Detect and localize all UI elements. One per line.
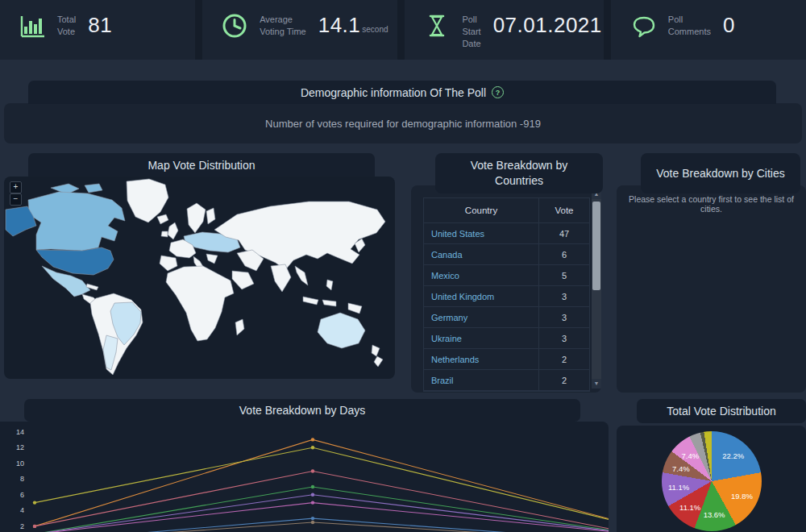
series-blue-point[interactable]: [311, 517, 314, 520]
vote-count: 5: [538, 265, 589, 285]
bar-chart-icon: [18, 11, 47, 40]
series-magenta-point[interactable]: [311, 501, 314, 504]
vote-count: 6: [538, 244, 589, 264]
cities-empty-message: Please select a country first to see the…: [617, 194, 806, 214]
series-olive-point[interactable]: [311, 446, 314, 449]
help-icon[interactable]: ?: [492, 86, 504, 98]
vote-count: 3: [538, 328, 589, 348]
stat-poll-start-date: Poll Start Date 07.01.2021: [405, 0, 603, 60]
series-olive-line: [35, 447, 609, 526]
scrollbar-thumb[interactable]: [592, 202, 600, 290]
map-panel-title: Map Vote Distribution: [28, 153, 375, 177]
country-link[interactable]: Germany: [424, 313, 538, 322]
pie-slice-label: 22.2%: [722, 451, 744, 460]
series-salmon-point[interactable]: [311, 469, 314, 472]
countries-table-header: Country Vote: [424, 198, 589, 223]
days-panel-title: Vote Breakdown by Days: [24, 399, 580, 422]
scroll-down-icon[interactable]: ▼: [592, 379, 601, 389]
countries-table-body: United States47Canada6Mexico5United King…: [424, 223, 589, 391]
stat-value: 14.1: [318, 13, 361, 38]
y-axis-tick: 14: [16, 428, 24, 436]
pie-slice-label: 13.6%: [704, 510, 725, 519]
clock-icon: [220, 11, 249, 40]
table-row[interactable]: Netherlands2: [424, 349, 589, 370]
map-vote-distribution: + −: [4, 177, 395, 379]
total-vote-distribution: 22.2%19.8%13.6%11.1%11.1%7.4%7.4%: [617, 426, 806, 532]
vote-breakdown-by-countries: Country Vote United States47Canada6Mexic…: [411, 185, 601, 393]
series-purple-point[interactable]: [311, 493, 314, 497]
table-row[interactable]: Germany3: [424, 307, 589, 328]
table-row[interactable]: Brazil2: [424, 370, 589, 391]
world-map[interactable]: [4, 177, 395, 379]
countries-table: Country Vote United States47Canada6Mexic…: [423, 197, 590, 392]
pie-panel-title: Total Vote Distribution: [637, 399, 806, 423]
series-orange-line: [35, 439, 609, 526]
stats-bar: Total Vote 81 Average Voting Time 14.1se…: [0, 0, 806, 60]
y-axis-tick: 2: [20, 522, 24, 530]
pie-slice-label: 7.4%: [672, 463, 690, 472]
series-purple-line: [35, 495, 609, 532]
table-row[interactable]: United Kingdom3: [424, 286, 589, 307]
vote-count: 2: [538, 349, 589, 369]
series-green-point[interactable]: [311, 485, 314, 488]
hourglass-icon: [422, 11, 451, 40]
series-brown-line: [35, 522, 609, 532]
stat-label: Poll Start: [462, 15, 480, 36]
cities-panel-title: Vote Breakdown by Cities: [641, 153, 800, 193]
y-axis-tick: 6: [20, 491, 24, 499]
series-salmon-point[interactable]: [33, 525, 36, 528]
speech-bubble-icon: [629, 11, 658, 40]
table-scrollbar[interactable]: ▲ ▼: [592, 189, 601, 389]
vote-count: 2: [538, 370, 589, 390]
vote-count: 3: [538, 286, 589, 306]
series-orange-point[interactable]: [311, 438, 314, 441]
vote-count: 47: [538, 223, 589, 243]
y-axis-tick: 4: [20, 506, 24, 514]
series-olive-point[interactable]: [33, 501, 36, 504]
y-axis-tick: 12: [16, 443, 24, 451]
stat-average-voting-time: Average Voting Time 14.1second: [202, 0, 397, 60]
stat-poll-comments: Poll Comments 0: [611, 0, 806, 60]
country-link[interactable]: United Kingdom: [424, 292, 538, 301]
series-brown-point[interactable]: [311, 521, 314, 524]
pie-slice-label: 19.8%: [731, 491, 753, 500]
country-link[interactable]: Mexico: [424, 271, 538, 281]
y-axis-tick: 8: [20, 475, 24, 483]
stat-label: Total: [57, 15, 76, 24]
map-country-canada[interactable]: [28, 192, 125, 251]
column-header-country: Country: [424, 206, 538, 215]
vote-count: 3: [538, 307, 589, 327]
demographic-header: Demographic information Of The Poll ?: [28, 81, 776, 104]
vote-breakdown-by-cities: Please select a country first to see the…: [617, 185, 806, 393]
stat-total-vote: Total Vote 81: [0, 0, 195, 60]
country-link[interactable]: Netherlands: [424, 355, 538, 364]
stat-value: 0: [723, 13, 735, 38]
country-link[interactable]: Canada: [424, 250, 538, 260]
stat-value: 07.01.2021: [493, 13, 602, 38]
demographic-title: Demographic information Of The Poll: [301, 86, 486, 99]
table-row[interactable]: United States47: [424, 223, 589, 244]
vote-breakdown-by-days: 2468101214: [0, 422, 609, 532]
countries-panel-title: Vote Breakdown by Countries: [435, 153, 603, 193]
stat-label: Poll: [668, 15, 683, 24]
map-country-australia[interactable]: [318, 313, 365, 348]
map-zoom-out-button[interactable]: −: [10, 193, 22, 206]
pie-slice-label: 11.1%: [668, 483, 689, 492]
pie-slice-label: 11.1%: [679, 502, 700, 511]
stat-label: Average: [260, 15, 293, 24]
map-zoom-in-button[interactable]: +: [10, 181, 22, 193]
pie-slice-label: 7.4%: [681, 451, 699, 460]
stat-value: 81: [88, 13, 112, 38]
country-link[interactable]: United States: [424, 229, 538, 239]
column-header-vote: Vote: [538, 198, 589, 222]
days-line-chart[interactable]: 2468101214: [0, 422, 609, 532]
y-axis-tick: 10: [16, 459, 24, 468]
table-row[interactable]: Ukraine3: [424, 328, 589, 349]
demographic-subtitle: Number of votes required for demographic…: [4, 103, 802, 143]
table-row[interactable]: Mexico5: [424, 265, 589, 286]
table-row[interactable]: Canada6: [424, 244, 589, 265]
country-link[interactable]: Ukraine: [424, 334, 538, 343]
country-link[interactable]: Brazil: [424, 376, 538, 385]
poll-dashboard: Total Vote 81 Average Voting Time 14.1se…: [0, 0, 806, 532]
